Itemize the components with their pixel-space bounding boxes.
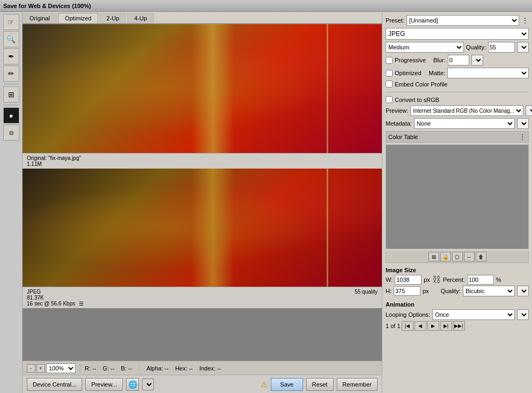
preset-row: Preset: [Unnamed] ⋮	[386, 15, 529, 26]
globe-btn[interactable]: 🌐	[126, 378, 139, 391]
preview-dropdown[interactable]	[142, 379, 154, 390]
ct-map-btn[interactable]: ⊞	[428, 252, 439, 261]
first-frame-btn[interactable]: |◀	[402, 321, 413, 331]
preview-btn[interactable]: Preview...	[85, 378, 123, 391]
original-filename: Original: "fix-maya.jpg"	[27, 155, 378, 161]
blur-arrow[interactable]: ▼	[471, 55, 483, 66]
metadata-select[interactable]: None	[414, 118, 515, 129]
play-btn[interactable]: ▶	[427, 321, 439, 331]
link-icon: ⛓	[432, 275, 441, 285]
tab-bar: Original Optimized 2-Up 4-Up	[23, 12, 382, 24]
pct-label: %	[496, 276, 501, 283]
toggle-slices[interactable]: ⊟	[3, 125, 19, 141]
optimized-image	[23, 169, 382, 287]
zoom-minus-btn[interactable]: -	[27, 364, 35, 373]
opt-menu-icon[interactable]: ☰	[79, 301, 84, 307]
optimized-checkbox[interactable]	[386, 70, 393, 77]
format-select[interactable]: JPEG	[386, 28, 529, 40]
progressive-checkbox[interactable]	[386, 57, 393, 64]
original-pane: Original: "fix-maya.jpg" 1.11M	[23, 24, 382, 169]
preview-arr[interactable]: ▼	[526, 105, 532, 116]
width-input[interactable]	[395, 275, 422, 285]
embed-color-checkbox[interactable]	[386, 81, 393, 88]
foreground-color[interactable]: ■	[3, 107, 19, 123]
save-btn[interactable]: Save	[271, 378, 303, 391]
next-frame-btn[interactable]: ▶|	[440, 321, 452, 331]
device-central-btn[interactable]: Device Central...	[27, 378, 82, 391]
reset-btn[interactable]: Reset	[306, 378, 334, 391]
preview-select[interactable]: Internet Standard RGB (No Color Manag...	[410, 105, 523, 116]
center-panel: Original Optimized 2-Up 4-Up Original: "…	[23, 12, 382, 393]
hand-tool[interactable]: ☞	[3, 14, 19, 30]
eyedropper-tool[interactable]: ✒	[3, 48, 19, 64]
zoom-tool[interactable]: 🔍	[3, 31, 19, 47]
compression-select[interactable]: Medium	[386, 42, 464, 53]
matte-select[interactable]	[447, 68, 529, 78]
embed-color-label: Embed Color Profile	[395, 81, 447, 88]
metadata-arr[interactable]: ▼	[517, 118, 529, 129]
tab-original[interactable]: Original	[23, 13, 57, 23]
status-divider	[80, 363, 80, 373]
quality2-label: Quality:	[441, 288, 461, 294]
prev-frame-btn[interactable]: ◀	[415, 321, 426, 331]
index-value: Index: --	[200, 365, 221, 372]
preset-menu-icon[interactable]: ⋮	[521, 16, 529, 25]
alpha-value: Alpha: --	[146, 365, 169, 372]
ct-lock-btn[interactable]: ⬡	[452, 252, 463, 261]
percent-input[interactable]	[467, 275, 494, 285]
quality-label: Quality:	[466, 44, 486, 50]
window-title: Save for Web & Devices (100%)	[3, 3, 91, 9]
original-size: 1.11M	[27, 161, 378, 167]
color-table-menu[interactable]: ⋮	[519, 133, 526, 141]
opt-speed: 16 sec @ 56.6 Kbps	[27, 301, 75, 307]
embed-color-row: Embed Color Profile	[386, 81, 529, 88]
ct-web-btn[interactable]: ↔	[464, 252, 475, 261]
zoom-area: - + 100%	[27, 363, 76, 373]
optimized-label: Optimized	[395, 70, 422, 76]
image-area: Original: "fix-maya.jpg" 1.11M JPEG	[23, 24, 382, 361]
color-table-label: Color Table	[388, 134, 418, 140]
tab-2up[interactable]: 2-Up	[99, 13, 126, 23]
blur-label: Blur:	[433, 57, 446, 63]
preview-label: Preview:	[386, 107, 408, 114]
metadata-row: Metadata: None ▼	[386, 118, 529, 129]
title-bar: Save for Web & Devices (100%)	[0, 0, 532, 12]
tab-optimized[interactable]: Optimized	[58, 13, 99, 23]
opt-filesize: 81.37K	[27, 295, 44, 301]
convert-srgb-row: Convert to sRGB	[386, 96, 529, 103]
color-info: R: -- G: -- B: -- | Alpha: -- Hex: -- In…	[85, 365, 221, 372]
last-frame-btn[interactable]: ▶▶|	[453, 321, 465, 331]
quality-method-arr[interactable]: ▼	[517, 286, 529, 296]
remember-btn[interactable]: Remember	[337, 378, 378, 391]
g-value: G: --	[102, 365, 114, 372]
quality-method-select[interactable]: Bicubic	[463, 286, 515, 296]
opt-quality-label: 55 quality	[354, 289, 378, 307]
ct-add-btn[interactable]: 🔒	[440, 252, 451, 261]
zoom-select[interactable]: 100%	[46, 363, 76, 373]
r-value: R: --	[85, 365, 96, 372]
looping-select[interactable]: Once	[432, 309, 515, 320]
zoom-plus-btn[interactable]: +	[36, 364, 45, 373]
quality-input[interactable]	[488, 42, 515, 53]
compression-row: Medium Quality: ▼	[386, 42, 529, 53]
slice-tool[interactable]: ⊞	[3, 86, 19, 103]
quality-arrow[interactable]: ▼	[517, 42, 529, 53]
preset-select[interactable]: [Unnamed]	[407, 15, 519, 26]
left-toolbar: ☞ 🔍 ✒ ✏ ⊞ ■ ⊟	[0, 12, 23, 393]
warning-icon: ⚠	[261, 380, 268, 389]
width-row: W: px ⛓ Percent: %	[386, 275, 529, 285]
color-table-area	[386, 144, 529, 249]
blur-input[interactable]	[448, 55, 469, 66]
ct-delete-btn[interactable]: 🗑	[476, 252, 486, 261]
looping-arr[interactable]: ▼	[517, 309, 529, 320]
convert-srgb-checkbox[interactable]	[386, 96, 393, 103]
eyedropper2-tool[interactable]: ✏	[3, 66, 19, 82]
matte-label: Matte:	[429, 70, 446, 76]
opt-format: JPEG	[27, 289, 41, 295]
tab-4up[interactable]: 4-Up	[127, 13, 154, 23]
original-label: Original: "fix-maya.jpg" 1.11M	[23, 153, 382, 169]
height-input[interactable]	[394, 286, 420, 296]
percent-label: Percent:	[443, 276, 465, 283]
section-divider1	[386, 92, 529, 92]
w-label: W:	[386, 276, 393, 283]
